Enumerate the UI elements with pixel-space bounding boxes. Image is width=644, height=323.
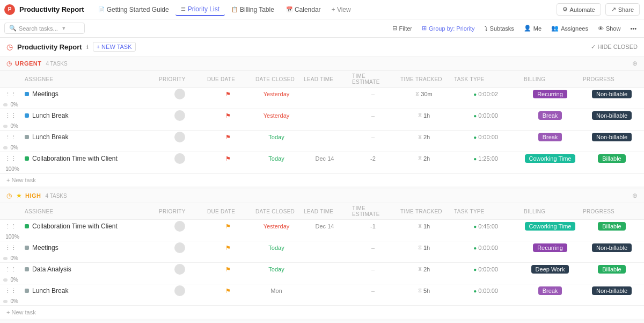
group-by-button[interactable]: ⊞ Group by: Priority: [419, 24, 478, 33]
time-estimate-cell: ⧖ 2h: [397, 265, 451, 274]
assignees-button[interactable]: 👥 Assignees: [548, 24, 591, 33]
progress-cell: 0%: [0, 101, 21, 109]
task-type-cell: Coworking Time: [521, 153, 580, 164]
task-dot: [25, 135, 29, 139]
time-estimate-cell: ⧖ 2h: [397, 154, 451, 163]
lead-time-cell: –: [349, 265, 397, 274]
new-task-button[interactable]: + NEW TASK: [93, 42, 136, 52]
filter-icon: ⊟: [392, 25, 397, 32]
tab-calendar[interactable]: 📅 Calendar: [281, 4, 326, 16]
add-view-button[interactable]: + View: [327, 4, 355, 16]
date-closed-cell: [301, 268, 349, 270]
tab-getting-started[interactable]: 📄 Getting Started Guide: [93, 4, 174, 16]
col-progress: PROGRESS: [580, 73, 644, 85]
drag-handle: ⋮⋮: [0, 154, 21, 163]
due-date-cell: Yesterday: [252, 90, 301, 98]
high-label: HIGH: [25, 192, 41, 199]
new-task-button-urgent[interactable]: + New task: [0, 174, 644, 186]
app-title: Productivity Report: [19, 5, 84, 13]
task-dot: [25, 92, 29, 96]
assignee-cell: [156, 152, 204, 165]
task-name-cell[interactable]: Collaboration Time with Client: [21, 153, 156, 164]
time-tracked-cell: ● 0:00:00: [451, 111, 521, 120]
task-dot: [25, 289, 29, 293]
priority-cell: ⚑: [204, 286, 252, 296]
priority-flag-yellow: ⚑: [225, 266, 231, 273]
task-type-cell: Break: [521, 285, 580, 296]
subtasks-button[interactable]: ⤵ Subtasks: [481, 24, 517, 33]
calendar-icon: 📅: [286, 6, 292, 12]
project-header: ◷ Productivity Report ℹ + NEW TASK ✓ HID…: [0, 38, 644, 56]
col-priority: PRIORITY: [156, 73, 204, 85]
task-name-cell[interactable]: Lunch Break: [21, 131, 156, 143]
assignee-cell: [156, 241, 204, 254]
col-date-closed: DATE CLOSED: [252, 73, 301, 85]
lead-time-cell: –: [349, 111, 397, 120]
table-row: ⋮⋮ Collaboration Time with Client ⚑ Toda…: [0, 152, 644, 174]
time-estimate-cell: ⧖ 2h: [397, 133, 451, 141]
info-icon: ℹ: [86, 44, 89, 50]
task-name: Meetings: [32, 90, 58, 98]
progress-cell: 0%: [0, 143, 21, 152]
progress-cell: 0%: [0, 254, 21, 262]
time-estimate-cell: ⧖ 30m: [397, 90, 451, 98]
task-type-cell: Recurring: [521, 89, 580, 99]
filter-button[interactable]: ⊟ Filter: [389, 24, 415, 33]
search-icon: 🔍: [9, 25, 17, 32]
avatar: [174, 110, 185, 121]
lead-time-cell: -1: [349, 222, 397, 231]
task-name-cell[interactable]: Data Analysis: [21, 263, 156, 275]
task-name-cell[interactable]: Lunch Break: [21, 285, 156, 297]
avatar: [174, 264, 185, 275]
section-header-urgent: ◷ URGENT 4 TASKS ⊕: [0, 56, 644, 71]
section-normal: ◷ ⚑ NORMAL 4 TASKS ⊕ ASSIGNEE PRIORITY D…: [0, 321, 644, 323]
me-button[interactable]: 👤 Me: [521, 24, 545, 33]
table-row: ⋮⋮ Meetings ⚑ Yesterday – ⧖ 30m ● 0:00:0…: [0, 88, 644, 109]
time-estimate-cell: ⧖ 5h: [397, 286, 451, 295]
task-name-cell[interactable]: Lunch Break: [21, 110, 156, 121]
more-options-button[interactable]: •••: [627, 24, 640, 33]
time-tracked-cell: ● 0:00:00: [451, 243, 521, 252]
urgent-label: URGENT: [15, 60, 41, 67]
progress-cell: 0%: [0, 122, 21, 130]
group-icon: ⊞: [422, 25, 427, 32]
task-name-cell[interactable]: Meetings: [21, 242, 156, 254]
section-add-icon[interactable]: ⊕: [632, 60, 638, 67]
more-dots-icon: •••: [630, 25, 636, 32]
priority-flag-red: ⚑: [225, 134, 231, 141]
due-date-cell: Today: [252, 265, 301, 274]
task-name-cell[interactable]: Collaboration Time with Client: [21, 220, 156, 232]
col-time-estimate: TIME ESTIMATE: [349, 73, 397, 85]
section-add-icon[interactable]: ⊕: [632, 192, 638, 199]
priority-cell: ⚑: [204, 111, 252, 120]
progress-cell: 100%: [0, 165, 21, 173]
billing-cell: Non-billable: [580, 89, 644, 99]
col-headers-urgent: ASSIGNEE PRIORITY DUE DATE DATE CLOSED L…: [0, 71, 644, 88]
share-button[interactable]: ↗ Share: [605, 3, 640, 16]
lead-time-cell: –: [349, 286, 397, 295]
search-input[interactable]: 🔍 Search tasks... ▾: [4, 23, 85, 34]
avatar: [174, 89, 185, 99]
automate-button[interactable]: ⚙ Automate: [557, 3, 601, 16]
task-name-cell[interactable]: Meetings: [21, 88, 156, 100]
drag-handle: ⋮⋮: [0, 111, 21, 120]
tab-priority-list[interactable]: ☰ Priority List: [175, 3, 225, 16]
drag-handle: ⋮⋮: [0, 133, 21, 142]
progress-cell: 0%: [0, 276, 21, 284]
due-date-cell: Yesterday: [252, 222, 301, 231]
new-task-button-high[interactable]: + New task: [0, 306, 644, 319]
assignee-cell: [156, 131, 204, 143]
show-button[interactable]: 👁 Show: [595, 24, 624, 33]
due-date-cell: Today: [252, 154, 301, 163]
col-lead-time: LEAD TIME: [301, 73, 349, 85]
assignee-cell: [156, 284, 204, 297]
toolbar-right: ⊟ Filter ⊞ Group by: Priority ⤵ Subtasks…: [389, 24, 640, 33]
tab-billing-table[interactable]: 📋 Billing Table: [226, 4, 280, 16]
billing-table-icon: 📋: [231, 6, 238, 12]
priority-list-icon: ☰: [181, 6, 186, 12]
billing-cell: Non-billable: [580, 110, 644, 121]
drag-handle: ⋮⋮: [0, 243, 21, 253]
top-nav: P Productivity Report 📄 Getting Started …: [0, 0, 644, 19]
avatar: [174, 285, 185, 296]
hide-closed-button[interactable]: ✓ HIDE CLOSED: [591, 44, 638, 51]
